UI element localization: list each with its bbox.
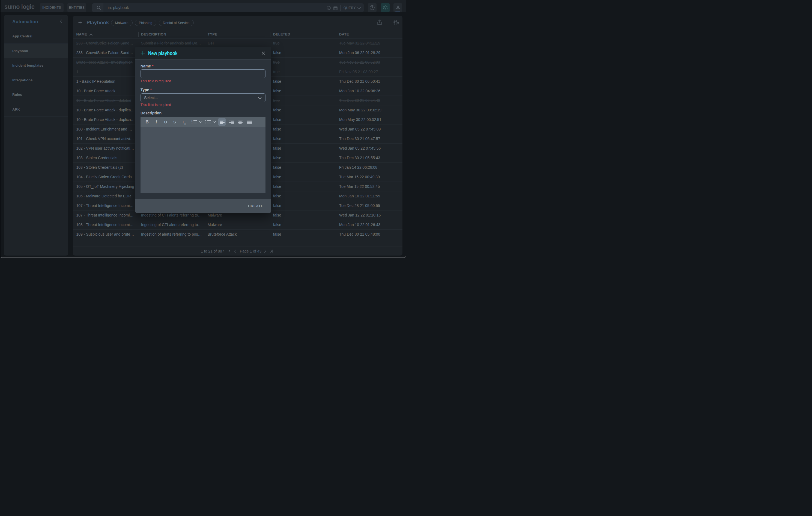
svg-text:2: 2 <box>191 122 193 125</box>
svg-text:1: 1 <box>191 119 193 122</box>
